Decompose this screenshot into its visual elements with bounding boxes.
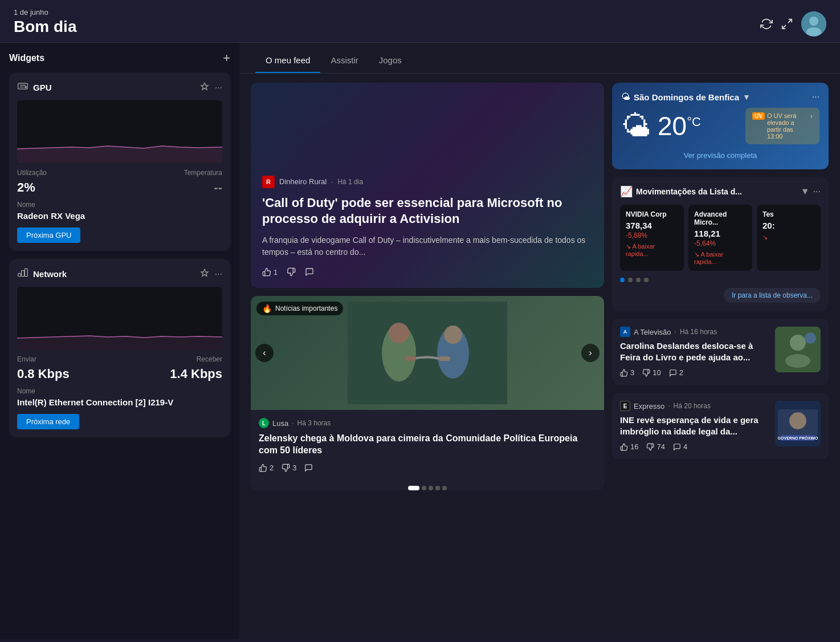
expresso-sep: · (668, 402, 670, 410)
weather-card: 🌤 São Domingos de Benfica ▼ ··· 🌤 20°C (612, 83, 829, 169)
televisao-like-button[interactable]: 3 (620, 368, 634, 377)
carousel-dislike-button[interactable]: 3 (282, 464, 296, 472)
stock-tesla-trend: ↘ (762, 234, 815, 241)
carousel-image: ‹ › 🔥 Notícias importantes (251, 296, 604, 410)
breaking-label: Notícias importantes (275, 304, 337, 312)
gpu-icon (17, 80, 28, 95)
televisao-dislike-button[interactable]: 10 (642, 368, 660, 377)
network-widget-header: Network ··· (17, 267, 222, 281)
carousel-like-button[interactable]: 2 (259, 464, 274, 472)
gpu-more-button[interactable]: ··· (215, 83, 222, 93)
weather-more-button[interactable]: ··· (812, 92, 819, 102)
weather-forecast-button[interactable]: Ver previsão completa (621, 151, 819, 160)
stocks-dot-4 (644, 278, 649, 282)
carousel-dot-5 (442, 486, 447, 490)
gpu-title: GPU (33, 83, 52, 92)
tab-watch[interactable]: Assistir (320, 51, 368, 73)
stocks-actions: ▼ ··· (801, 186, 821, 197)
stocks-expand-button[interactable]: ▼ (801, 186, 810, 197)
main-article-like-button[interactable]: 1 (262, 267, 278, 277)
gpu-utilization-value: 2% (17, 180, 35, 195)
carousel-dot-2 (422, 486, 426, 490)
stock-nvidia-change: -5,68% (626, 231, 678, 239)
next-network-button[interactable]: Próxima rede (17, 414, 79, 429)
carousel-comment-button[interactable] (304, 464, 313, 472)
tab-feed[interactable]: O meu feed (255, 51, 320, 73)
expresso-dislike-button[interactable]: 74 (646, 442, 664, 451)
gpu-values: 2% -- (17, 180, 222, 195)
gpu-temperature-value: -- (214, 180, 222, 195)
weather-location-dropdown[interactable]: ▼ (743, 92, 751, 101)
stocks-more-button[interactable]: ··· (813, 186, 821, 197)
expresso-title: INE revê esperança de vida e gera imbróg… (620, 415, 768, 437)
network-title-row: Network (17, 267, 67, 281)
main-article-comment-button[interactable] (305, 267, 314, 277)
utilization-label: Utilização (17, 169, 47, 177)
breaking-badge: 🔥 Notícias importantes (256, 302, 343, 315)
stocks-footer: Ir para a lista de observa... (620, 288, 821, 303)
carousel-next-button[interactable]: › (581, 344, 600, 362)
gpu-pin-button[interactable] (200, 82, 209, 94)
network-more-button[interactable]: ··· (215, 269, 222, 279)
weather-header: 🌤 São Domingos de Benfica ▼ ··· (621, 92, 819, 102)
gpu-name-value: Radeon RX Vega (17, 211, 222, 221)
feed-content: R Dinheiro Rural · Há 1 dia 'Call of Dut… (239, 74, 840, 499)
svg-rect-16 (439, 356, 450, 361)
stocks-title-row: 📈 Movimentações da Lista d... (620, 185, 742, 198)
stock-item-tesla[interactable]: Tes 20: ↘ (757, 205, 821, 271)
stocks-watchlist-button[interactable]: Ir para a lista de observa... (724, 288, 821, 303)
add-widget-button[interactable]: + (223, 52, 230, 64)
receive-label: Receber (197, 355, 222, 363)
main-article-card[interactable]: R Dinheiro Rural · Há 1 dia 'Call of Dut… (251, 83, 604, 288)
svg-point-14 (444, 326, 462, 344)
expresso-comments: 4 (683, 442, 687, 451)
small-article-expresso[interactable]: E Expresso · Há 20 horas INE revê espera… (612, 393, 829, 459)
feed-panel: O meu feed Assistir Jogos R Dinheiro Rur… (239, 43, 840, 639)
televisao-actions: 3 10 2 (620, 368, 768, 377)
main-article-time-ago: Há 1 dia (337, 178, 363, 186)
network-stats-labels: Enviar Receber (17, 355, 222, 363)
svg-rect-8 (25, 269, 27, 276)
tab-games[interactable]: Jogos (369, 51, 412, 73)
weather-main: 🌤 20°C (621, 109, 701, 143)
uv-badge: UV (752, 112, 765, 120)
expresso-time: Há 20 horas (674, 402, 711, 410)
expresso-comment-button[interactable]: 4 (673, 442, 687, 451)
stock-tesla-name: Tes (762, 210, 815, 218)
televisao-sep: · (675, 328, 676, 336)
stocks-dot-3 (636, 278, 641, 282)
expresso-actions: 16 74 4 (620, 442, 768, 451)
televisao-thumb (775, 327, 821, 372)
feed-right-col: 🌤 São Domingos de Benfica ▼ ··· 🌤 20°C (612, 83, 829, 490)
network-title: Network (33, 269, 67, 279)
svg-point-20 (805, 332, 816, 344)
main-article-dislike-button[interactable] (287, 267, 296, 277)
network-pin-button[interactable] (200, 269, 209, 280)
main-article-source-row: R Dinheiro Rural · Há 1 dia (262, 176, 593, 188)
svg-point-18 (790, 335, 806, 351)
refresh-button[interactable] (760, 18, 773, 30)
small-article-televisao[interactable]: A A Televisão · Há 16 horas Carolina Des… (612, 319, 829, 385)
stock-item-amd[interactable]: Advanced Micro... 118,21 -5,64% ↘ A baix… (688, 205, 752, 271)
carousel-prev-button[interactable]: ‹ (255, 344, 274, 362)
svg-text:GOVERNO PRÓXIMO: GOVERNO PRÓXIMO (778, 436, 818, 440)
lusa-logo: L (259, 418, 269, 428)
widgets-header: Widgets + (9, 52, 230, 64)
gpu-name-label: Nome (17, 201, 222, 209)
expand-button[interactable] (781, 18, 793, 30)
next-gpu-button[interactable]: Próxima GPU (17, 227, 80, 243)
svg-rect-10 (348, 302, 507, 404)
carousel-likes: 2 (270, 464, 274, 472)
expresso-thumb: GOVERNO PRÓXIMO (775, 401, 821, 446)
header-left: 1 de junho Bom dia (14, 8, 76, 36)
svg-point-2 (806, 27, 821, 36)
stock-item-nvidia[interactable]: NVIDIA Corp 378,34 -5,68% ↘ A baixar rap… (620, 205, 684, 271)
stock-tesla-price: 20: (762, 221, 815, 230)
televisao-comment-button[interactable]: 2 (669, 368, 683, 377)
expresso-like-button[interactable]: 16 (620, 442, 638, 451)
main-layout: Widgets + GPU ··· (0, 43, 840, 639)
avatar[interactable] (801, 11, 826, 36)
svg-point-1 (809, 17, 818, 26)
widgets-panel: Widgets + GPU ··· (0, 43, 239, 639)
weather-uv-info: UV O UV será elevado a partir das 13:00 … (745, 108, 819, 144)
